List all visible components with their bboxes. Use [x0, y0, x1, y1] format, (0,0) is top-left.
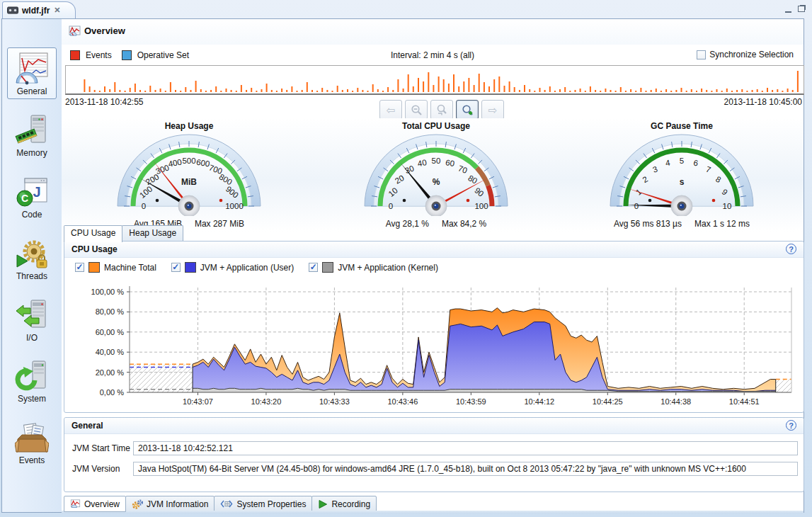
- jvm-user-checkbox[interactable]: [171, 263, 181, 272]
- svg-text:10: 10: [723, 202, 732, 210]
- overview-chart-icon: [69, 25, 81, 38]
- jvm-start-time-field[interactable]: 2013-11-18 10:42:52.121: [133, 441, 798, 455]
- zoom-in-icon: [462, 104, 474, 116]
- jvm-kernel-label: JVM + Application (Kernel): [338, 263, 438, 273]
- synchronize-selection-label: Synchronize Selection: [709, 50, 794, 59]
- gc-pause-time-gauge: GC Pause Time 012345678910s Avg 56 ms 81…: [597, 121, 767, 219]
- io-server-arrows-icon: [15, 298, 49, 332]
- svg-text:100: 100: [474, 202, 488, 210]
- zoom-reset-icon: [436, 104, 448, 116]
- editor-tab-bar: wldf.jfr ✕: [0, 0, 812, 18]
- tab-heap-usage[interactable]: Heap Usage: [122, 225, 183, 241]
- jvm-start-time-label: JVM Start Time: [72, 443, 130, 453]
- legend-jvm-user: JVM + Application (User): [171, 262, 294, 273]
- svg-text:1000: 1000: [225, 202, 244, 210]
- gauge-avg: Avg 56 ms 813 µs: [614, 219, 682, 229]
- back-button[interactable]: ⇦: [379, 100, 402, 120]
- total-cpu-usage-gauge: Total CPU Usage 0102030405060708090100% …: [351, 121, 521, 219]
- jvm-user-swatch: [185, 262, 196, 273]
- gauge-max: Max 287 MiB: [195, 219, 244, 229]
- gauge-avg: Avg 28,1 %: [386, 219, 429, 229]
- machine-total-swatch: [88, 262, 100, 273]
- zoom-in-button[interactable]: [456, 100, 479, 120]
- zoom-reset-button[interactable]: [430, 100, 453, 120]
- tab-overview[interactable]: Overview: [64, 496, 126, 512]
- events-timeline-strip[interactable]: [65, 65, 804, 95]
- events-swatch: [70, 50, 80, 60]
- jvm-kernel-checkbox[interactable]: [309, 263, 318, 272]
- general-section-header: General ?: [64, 418, 804, 434]
- sidebar-item-system[interactable]: System: [2, 359, 62, 404]
- tab-recording[interactable]: Recording: [311, 496, 377, 512]
- general-section: General ? JVM Start Time 2013-11-18 10:4…: [64, 417, 804, 492]
- minimize-icon[interactable]: [785, 6, 791, 13]
- synchronize-selection-group: Synchronize Selection: [697, 50, 794, 59]
- zoom-out-button[interactable]: [405, 100, 428, 120]
- svg-text:s: s: [680, 177, 685, 187]
- gauge-max: Max 1 s 12 ms: [694, 219, 750, 229]
- tab-label: Overview: [84, 499, 120, 509]
- tab-label: JVM Information: [147, 499, 208, 509]
- sidebar-item-label: Events: [2, 455, 62, 465]
- gc-pause-time-dial: 012345678910s: [597, 132, 767, 216]
- tab-title: wldf.jfr: [22, 6, 50, 16]
- svg-text:50: 50: [432, 157, 441, 165]
- chart-tabs: CPU Usage Heap Usage: [64, 225, 183, 242]
- synchronize-selection-checkbox[interactable]: [697, 50, 706, 59]
- sidebar-item-events[interactable]: Events: [2, 421, 62, 465]
- gauge-title: Total CPU Usage: [351, 121, 521, 132]
- editor-area: General Memory: [1, 18, 804, 513]
- events-box-icon: [15, 421, 49, 455]
- legend-jvm-kernel: JVM + Application (Kernel): [309, 262, 438, 273]
- svg-text:100,00 %: 100,00 %: [91, 288, 125, 296]
- cpu-section-header: CPU Usage ?: [64, 242, 804, 258]
- tab-jvm-information[interactable]: JVM Information: [125, 496, 215, 512]
- events-legend-label: Events: [86, 50, 112, 60]
- overview-page: Overview Events Operative Set Interval: …: [62, 19, 804, 512]
- help-icon[interactable]: ?: [786, 420, 796, 431]
- sidebar-item-threads[interactable]: Threads: [2, 237, 62, 281]
- heap-usage-gauge: Heap Usage 01002003004005006007008009001…: [104, 121, 274, 219]
- machine-total-checkbox[interactable]: [75, 263, 84, 272]
- svg-text:10:44:25: 10:44:25: [593, 397, 623, 406]
- svg-text:10:43:46: 10:43:46: [387, 397, 418, 406]
- svg-text:10:44:38: 10:44:38: [661, 397, 691, 406]
- svg-text:0,00 %: 0,00 %: [100, 388, 124, 397]
- help-icon[interactable]: ?: [786, 244, 796, 254]
- jvm-version-field[interactable]: Java HotSpot(TM) 64-Bit Server VM (24.45…: [133, 462, 798, 476]
- svg-text:5: 5: [680, 157, 684, 165]
- gauge-stats: Avg 28,1 %Max 84,2 %: [351, 219, 521, 229]
- sidebar-item-memory[interactable]: Memory: [2, 113, 62, 158]
- cpu-chart-legend: Machine Total JVM + Application (User) J…: [75, 262, 448, 273]
- cpu-usage-section: CPU Usage ? Machine Total JVM + Applicat…: [64, 241, 804, 413]
- jvm-kernel-swatch: [322, 262, 333, 273]
- svg-text:0: 0: [634, 202, 639, 210]
- jvm-start-time-row: JVM Start Time 2013-11-18 10:42:52.121: [64, 441, 804, 455]
- machine-total-label: Machine Total: [104, 263, 156, 273]
- sidebar-item-label: General: [2, 86, 62, 96]
- svg-text:J: J: [33, 184, 40, 200]
- timeline-legend: Events Operative Set: [70, 50, 189, 60]
- svg-text:60,00 %: 60,00 %: [96, 328, 125, 336]
- sidebar-item-code[interactable]: J C Code: [2, 175, 62, 220]
- sidebar-item-general[interactable]: General: [2, 52, 62, 96]
- svg-text:%: %: [433, 177, 440, 187]
- sidebar-item-label: Memory: [2, 148, 62, 158]
- editor-tab-wldf[interactable]: wldf.jfr ✕: [2, 1, 76, 18]
- restore-icon[interactable]: [798, 6, 805, 12]
- tab-close-icon[interactable]: ✕: [54, 6, 60, 15]
- tab-cpu-usage[interactable]: CPU Usage: [64, 225, 122, 242]
- svg-text:0: 0: [142, 202, 146, 210]
- overview-chart-icon: [70, 499, 81, 509]
- zoom-toolbar: ⇦: [379, 100, 504, 120]
- cpu-usage-area-chart[interactable]: 0,00 %20,00 %40,00 %60,00 %80,00 %100,00…: [68, 278, 803, 410]
- forward-button[interactable]: ⇨: [481, 100, 504, 120]
- zoom-out-icon: [411, 104, 423, 116]
- general-section-title: General: [72, 421, 103, 431]
- code-window-icon: J C: [15, 175, 49, 209]
- system-refresh-server-icon: [15, 359, 49, 393]
- tab-label: Recording: [331, 499, 370, 509]
- sidebar-item-io[interactable]: I/O: [2, 298, 62, 343]
- tab-system-properties[interactable]: System Properties: [214, 496, 312, 512]
- sidebar-item-label: Code: [2, 210, 62, 220]
